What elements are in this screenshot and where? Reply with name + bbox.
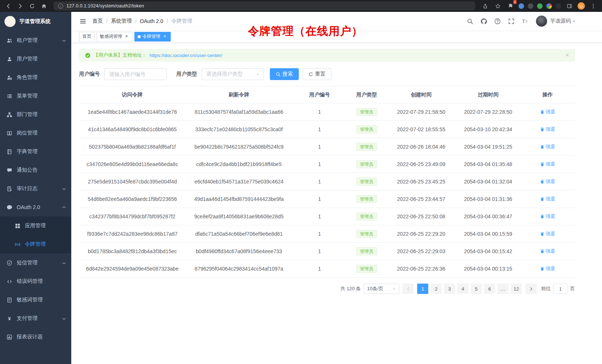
access-token-cell: 1ea5e44f8bc1467aaede43144f31de76 [79, 103, 186, 121]
page-5-button[interactable]: 5 [471, 284, 482, 294]
sidebar-item-oauth2-token[interactable]: 令牌管理 [0, 235, 71, 254]
sidebar-item-label: 菜单管理 [17, 93, 66, 99]
table-header-row: 访问令牌刷新令牌用户编号用户类型创建时间过期时间操作 [79, 86, 575, 103]
force-logout-button[interactable]: 强退 [540, 126, 555, 133]
sidebar-item-pay[interactable]: ¥支付管理 [0, 309, 71, 328]
user-id-cell: 1 [292, 191, 347, 208]
home-icon[interactable] [39, 1, 48, 10]
extension-black-icon[interactable] [556, 3, 561, 9]
fullscreen-icon[interactable] [505, 18, 518, 24]
site-info-icon[interactable]: i [58, 3, 63, 9]
back-icon[interactable] [4, 1, 13, 10]
delete-icon [540, 231, 544, 237]
refresh-token-cell: e6cfd40eb1f54571a31e775e039c4624 [186, 173, 292, 191]
force-logout-button[interactable]: 强退 [540, 161, 555, 168]
goto-page-input[interactable] [553, 284, 568, 294]
page-6-button[interactable]: 6 [484, 284, 495, 294]
delete-icon [540, 144, 544, 150]
force-logout-button[interactable]: 强退 [540, 231, 555, 237]
sidebar-item-notice[interactable]: 通知公告 [0, 161, 71, 179]
sidebar-item-sensitive[interactable]: 敏感词管理 [0, 291, 71, 309]
close-icon[interactable]: × [566, 52, 569, 59]
refresh-token-cell: dfa6c71a50a54c66bef706ef9e6e8d81 [186, 225, 292, 243]
breadcrumb-separator: / [135, 18, 137, 24]
tab-敏感词管理[interactable]: 敏感词管理× [96, 32, 132, 42]
force-logout-button[interactable]: 强退 [540, 265, 555, 272]
github-icon[interactable] [477, 18, 490, 24]
sidebar-item-tenant[interactable]: 租户管理 [0, 31, 71, 50]
sidebar-item-report[interactable]: 报表设计器 [0, 328, 71, 346]
delete-icon [540, 109, 544, 115]
chevron-down-icon[interactable] [572, 19, 576, 23]
user-id-input[interactable] [104, 68, 167, 80]
create-time-cell: 2022-07-02 18:55:55 [386, 121, 456, 138]
page-12-button[interactable]: 12 [511, 284, 522, 294]
app-title: 芋道管理系统 [19, 18, 50, 25]
force-logout-button[interactable]: 强退 [540, 178, 555, 185]
next-page-button[interactable] [526, 284, 537, 294]
sms-icon [7, 260, 12, 266]
force-logout-button[interactable]: 强退 [540, 248, 555, 255]
sidebar-item-post[interactable]: 岗位管理 [0, 124, 71, 142]
sidebar-item-log[interactable]: 审计日志 [0, 179, 71, 198]
sidebar-item-oauth2-app[interactable]: 应用管理 [0, 216, 71, 235]
page-1-button[interactable]: 1 [417, 284, 428, 294]
help-icon[interactable] [491, 18, 504, 24]
breadcrumb-item[interactable]: 首页 [92, 18, 103, 24]
force-logout-button[interactable]: 强退 [540, 213, 555, 220]
prev-page-button[interactable] [402, 284, 413, 294]
app-logo[interactable]: 芋道管理系统 [0, 12, 71, 31]
search-button[interactable]: 搜索 [270, 68, 299, 80]
sidebar-item-dict[interactable]: 字典管理 [0, 142, 71, 161]
goto-suffix: 页 [570, 285, 575, 292]
tab-令牌管理[interactable]: 令牌管理× [134, 32, 171, 42]
force-logout-button[interactable]: 强退 [540, 196, 555, 202]
side-panel-icon[interactable] [565, 1, 574, 10]
fontsize-icon[interactable]: TT [518, 18, 531, 24]
address-bar[interactable]: i 127.0.0.1:1024/system/oauth2/token [53, 1, 475, 10]
reset-button[interactable]: 重置 [302, 68, 331, 80]
close-icon[interactable]: × [124, 34, 129, 39]
extension-blue-icon[interactable] [518, 3, 524, 9]
page-2-button[interactable]: 2 [431, 284, 442, 294]
breadcrumb-item[interactable]: OAuth 2.0 [140, 18, 163, 24]
sidebar-item-dept[interactable]: 部门管理 [0, 105, 71, 124]
sidebar-item-sms[interactable]: 短信管理 [0, 254, 71, 272]
hamburger-icon[interactable] [76, 18, 89, 25]
browser-menu-icon[interactable] [589, 1, 598, 10]
sidebar-item-oauth2[interactable]: OAuth 2.0 [0, 198, 71, 216]
extension-green-icon[interactable] [537, 3, 543, 9]
sidebar-item-errcode[interactable]: 错误码管理 [0, 272, 71, 291]
pager-ellipsis[interactable]: ... [497, 284, 508, 294]
user-type-select[interactable]: 请选择用户类型 [202, 68, 264, 80]
sidebar-item-user[interactable]: 用户管理 [0, 50, 71, 68]
bookmark-star-icon[interactable] [493, 1, 502, 10]
close-icon[interactable]: × [162, 34, 167, 39]
svg-text:T: T [522, 19, 525, 24]
sidebar-item-role[interactable]: 角色管理 [0, 68, 71, 87]
sidebar-item-menu[interactable]: 菜单管理 [0, 87, 71, 105]
share-icon[interactable] [481, 1, 490, 10]
page-size-select[interactable]: 10条/页 [364, 284, 399, 294]
chevron-down-icon [62, 187, 66, 191]
column-header: 过期时间 [456, 86, 520, 103]
user-avatar[interactable] [536, 16, 547, 27]
sidebar-item-label: 应用管理 [25, 222, 66, 229]
tab-首页[interactable]: 首页 [79, 32, 95, 42]
user-name[interactable]: 芋道源码 [550, 18, 571, 24]
breadcrumb-item[interactable]: 系统管理 [111, 18, 132, 24]
extension-pinwheel-icon[interactable] [546, 3, 552, 9]
profile-avatar[interactable]: ☺ [578, 2, 585, 10]
page-3-button[interactable]: 3 [444, 284, 455, 294]
extension-with-badge-icon[interactable]: 0 [506, 1, 515, 10]
extension-gray-icon[interactable] [528, 3, 533, 9]
doc-link[interactable]: https://doc.iocoder.cn/user-center/ [150, 53, 222, 58]
tab-label: 令牌管理 [143, 33, 160, 40]
reload-icon[interactable] [27, 1, 36, 10]
force-logout-button[interactable]: 强退 [540, 109, 555, 115]
force-logout-button[interactable]: 强退 [540, 143, 555, 150]
refresh-token-cell: 8796295f04064c2983414cc54af1097a [186, 260, 292, 278]
forward-icon[interactable] [16, 1, 24, 10]
search-icon[interactable] [464, 18, 477, 24]
page-4-button[interactable]: 4 [457, 284, 468, 294]
